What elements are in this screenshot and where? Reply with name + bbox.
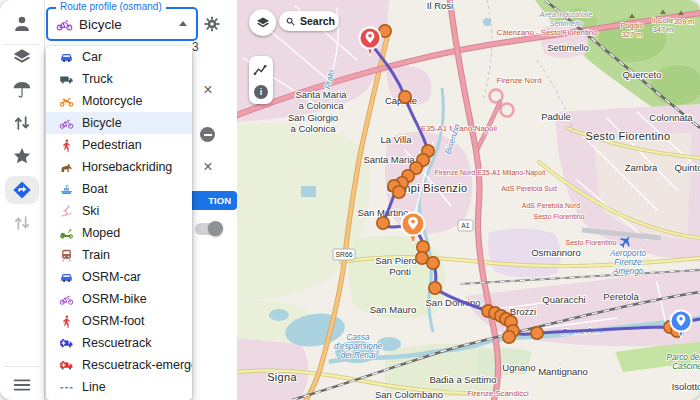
menu-item-pedestrian[interactable]: Pedestrian [46, 134, 192, 156]
menu-item-rescuetrack-emergency[interactable]: Rescuetrack-emergency [46, 354, 192, 376]
map-water-label: Cassa [346, 333, 370, 342]
map-label: Santa Maria [363, 154, 415, 165]
menu-icon [11, 374, 33, 396]
close-icon[interactable]: × [201, 83, 215, 97]
info-button[interactable]: i [254, 85, 268, 99]
menu-item-label: OSRM-bike [82, 292, 147, 306]
map-road-label: Calenzano - Sesto Fiorentino [497, 28, 599, 37]
map-road-label: Firenze Scandicci [467, 389, 529, 398]
menu-item-osrm-foot[interactable]: OSRM-foot [46, 310, 192, 332]
map-label: Mantignano [538, 366, 588, 377]
map-road-label: Sesto Fiorentino [534, 213, 585, 220]
menu-item-label: Boat [82, 182, 108, 196]
close-icon[interactable]: × [201, 160, 215, 174]
map-label: a Colonica [299, 100, 345, 111]
map-label: Settimello [547, 42, 589, 53]
bicycle-icon [56, 16, 73, 33]
map-label: Brozzi [510, 306, 536, 317]
route-profile-value: Bicycle [79, 17, 122, 32]
menu-item-label: Train [82, 248, 110, 262]
menu-item-label: Horsebackriding [82, 160, 172, 174]
settings-button[interactable] [203, 15, 221, 33]
map-label: Quinto Basso [674, 162, 700, 173]
divider [4, 366, 40, 367]
menu-item-train[interactable]: Train [46, 244, 192, 266]
horse-icon [59, 160, 74, 175]
layers-icon [255, 15, 271, 31]
sidebar-item-weather[interactable] [11, 79, 33, 101]
menu-item-label: Motorcycle [82, 94, 142, 108]
menu-item-truck[interactable]: Truck [46, 68, 192, 90]
route-profile-label: Route profile (osmand) [56, 1, 166, 12]
menu-item-line[interactable]: Line [46, 376, 192, 398]
map-label: Firenze [614, 258, 642, 267]
sidebar-item-layers[interactable] [11, 46, 33, 68]
sidebar-item-routes[interactable] [11, 212, 33, 234]
menu-item-osrm-car[interactable]: OSRM-car [46, 266, 192, 288]
sidebar-item-directions[interactable] [11, 179, 33, 201]
map-label: Peretola [603, 291, 639, 302]
map-label: 309 m [674, 17, 695, 26]
sidebar-item-trips[interactable] [11, 112, 33, 134]
map[interactable]: Il Rosi Settimello Querceto Colonnata Se… [237, 0, 700, 400]
map-label: Sesto Fiorentino [586, 130, 671, 142]
star-icon [11, 145, 33, 167]
sidebar [0, 0, 45, 400]
sidebar-item-account[interactable] [11, 13, 33, 35]
map-label: San Colombano [375, 389, 443, 400]
umbrella-icon [11, 79, 33, 101]
menu-item-horsebackriding[interactable]: Horsebackriding [46, 156, 192, 178]
map-label: Querceto [622, 69, 661, 80]
map-road-label: AdS Peretola Nord [522, 202, 580, 209]
menu-item-label: Ski [82, 204, 99, 218]
menu-item-bicycle[interactable]: Bicycle [46, 112, 192, 134]
map-label: Badia a Settimo [429, 374, 496, 385]
menu-item-rescuetrack[interactable]: Rescuetrack [46, 332, 192, 354]
sidebar-item-favorites[interactable] [11, 145, 33, 167]
route-profile-menu[interactable]: Car Truck Motorcycle Bicycle Pedestrian … [46, 46, 192, 400]
map-label: Ugnano [502, 362, 535, 373]
map-road-label: Firenze Nord [496, 76, 541, 85]
map-label: 327 m [622, 30, 643, 39]
map-label: Settimello [549, 19, 582, 28]
map-label: Il Colle [652, 16, 675, 25]
map-label: 347 m [653, 25, 674, 34]
layers-icon [11, 46, 33, 68]
measure-route-icon [252, 61, 270, 79]
map-search[interactable]: Search [279, 11, 339, 31]
menu-item-ski[interactable]: Ski [46, 200, 192, 222]
route-profile-select[interactable]: Route profile (osmand) Bicycle [46, 7, 198, 41]
map-label: Il Rosi [427, 0, 453, 11]
map-tools: i [249, 56, 273, 104]
menu-item-label: Rescuetrack [82, 336, 151, 350]
menu-item-label: Pedestrian [82, 138, 142, 152]
map-label: Poggio [620, 21, 643, 30]
toggle-switch[interactable] [195, 223, 222, 235]
sidebar-item-menu[interactable] [11, 374, 33, 396]
routes-icon [11, 212, 33, 234]
menu-item-osrm-bike[interactable]: OSRM-bike [46, 288, 192, 310]
minus-circle-icon[interactable] [200, 127, 215, 142]
map-road-label: Firenze Nord E35-A1 Milano-Napoli [435, 169, 546, 177]
menu-item-label: OSRM-car [82, 270, 141, 284]
map-label: Area industriale [539, 10, 593, 19]
measure-route-button[interactable] [252, 61, 270, 79]
menu-item-motorcycle[interactable]: Motorcycle [46, 90, 192, 112]
menu-item-boat[interactable]: Boat [46, 178, 192, 200]
ski-icon [59, 204, 74, 219]
truck-icon [59, 72, 74, 87]
add-destination-button[interactable]: TION [190, 191, 237, 210]
map-label: Cascine [672, 362, 700, 371]
map-label: a Colonica [291, 123, 337, 134]
pedestrian-icon [59, 314, 74, 329]
coordinate-fragment: 3 [192, 40, 199, 54]
map-label: Aeroporto [609, 249, 646, 258]
map-label: Osmannoro [531, 247, 581, 258]
map-water-label: d'espansione [334, 342, 382, 351]
bicycle-icon [59, 292, 74, 307]
map-water-label: dei Renai [341, 351, 376, 360]
moped-icon [59, 226, 74, 241]
menu-item-car[interactable]: Car [46, 46, 192, 68]
map-layers-button[interactable] [249, 9, 276, 36]
menu-item-moped[interactable]: Moped [46, 222, 192, 244]
